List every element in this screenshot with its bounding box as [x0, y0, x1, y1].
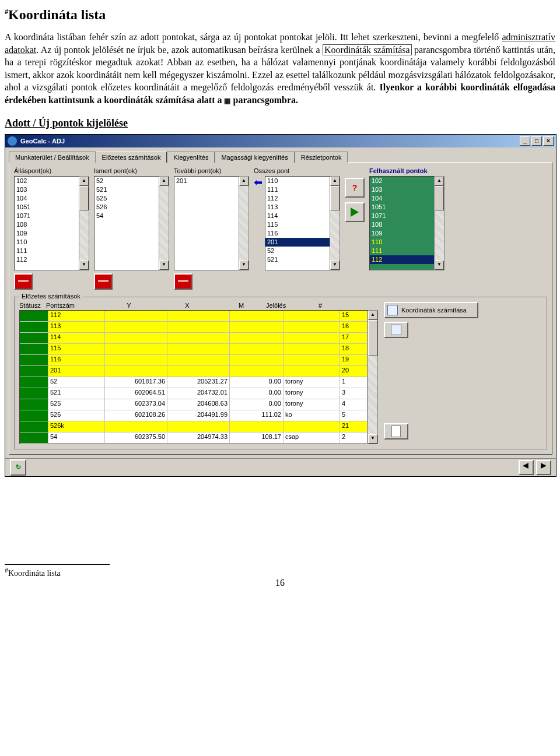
- cell[interactable]: [230, 355, 284, 366]
- cell[interactable]: [20, 388, 48, 399]
- list-item[interactable]: 115: [265, 220, 330, 229]
- cell[interactable]: 521: [48, 388, 105, 399]
- coord-grid[interactable]: 11215113161141711518116192012052601817.3…: [19, 310, 368, 444]
- cell[interactable]: [20, 421, 48, 432]
- cell[interactable]: [20, 344, 48, 355]
- cell[interactable]: [167, 344, 230, 355]
- tovabbi-list[interactable]: 201: [174, 176, 239, 270]
- list-item[interactable]: 110: [370, 238, 434, 247]
- cell[interactable]: 0.00: [230, 399, 284, 410]
- list-item[interactable]: 108: [15, 220, 79, 229]
- cell[interactable]: 15: [340, 311, 368, 322]
- table-row[interactable]: 525602373.04204608.630.00torony4: [20, 399, 368, 410]
- cell[interactable]: [20, 311, 48, 322]
- cell[interactable]: [167, 322, 230, 333]
- prev-button[interactable]: ⯇: [519, 460, 534, 475]
- allaspont-list[interactable]: 10210310410511071108109110111112: [14, 176, 79, 270]
- table-row[interactable]: 52601817.36205231.270.00torony1: [20, 377, 368, 388]
- cell[interactable]: [105, 333, 167, 344]
- list-item[interactable]: 201: [174, 177, 239, 185]
- report-button[interactable]: [384, 423, 408, 439]
- list-item[interactable]: 54: [94, 212, 159, 220]
- cell[interactable]: 2: [340, 432, 368, 444]
- list-item[interactable]: 109: [15, 229, 79, 238]
- cell[interactable]: [284, 311, 340, 322]
- list-item[interactable]: 525: [94, 194, 159, 203]
- list-item[interactable]: 114: [265, 212, 330, 220]
- cell[interactable]: 3: [340, 388, 368, 399]
- list-item[interactable]: 526: [94, 203, 159, 212]
- cell[interactable]: [20, 410, 48, 421]
- cell[interactable]: 602064.51: [105, 388, 167, 399]
- cell[interactable]: 204608.63: [167, 399, 230, 410]
- cell[interactable]: 602373.04: [105, 399, 167, 410]
- cell[interactable]: [167, 311, 230, 322]
- cell[interactable]: 0.00: [230, 388, 284, 399]
- table-row[interactable]: 11215: [20, 311, 368, 322]
- list-item[interactable]: 112: [265, 194, 330, 203]
- next-button[interactable]: ⯈: [536, 460, 551, 475]
- cell[interactable]: csap: [284, 432, 340, 444]
- remove-button[interactable]: —: [174, 273, 192, 290]
- cell[interactable]: torony: [284, 377, 340, 388]
- minimize-button[interactable]: _: [520, 136, 530, 146]
- cell[interactable]: 108.17: [230, 432, 284, 444]
- list-item[interactable]: 110: [265, 177, 330, 185]
- cell[interactable]: [167, 366, 230, 377]
- cell[interactable]: 4: [340, 399, 368, 410]
- table-row[interactable]: 20120: [20, 366, 368, 377]
- list-item[interactable]: 104: [15, 194, 79, 203]
- koord-szamitasa-button[interactable]: Koordináták számítása: [384, 302, 478, 318]
- cell[interactable]: [105, 421, 167, 432]
- cell[interactable]: [284, 355, 340, 366]
- cell[interactable]: torony: [284, 388, 340, 399]
- cell[interactable]: 111.02: [230, 410, 284, 421]
- scrollbar[interactable]: ▲▼: [79, 176, 89, 270]
- list-item[interactable]: 111: [15, 247, 79, 255]
- cell[interactable]: [284, 322, 340, 333]
- cell[interactable]: [284, 333, 340, 344]
- list-item[interactable]: 102: [15, 177, 79, 185]
- cell[interactable]: 201: [48, 366, 105, 377]
- scrollbar[interactable]: ▲▼: [435, 176, 444, 270]
- list-item[interactable]: 52: [265, 247, 330, 255]
- remove-button[interactable]: —: [94, 273, 113, 290]
- cell[interactable]: [167, 355, 230, 366]
- cell[interactable]: 19: [340, 355, 368, 366]
- list-item[interactable]: 113: [265, 203, 330, 212]
- cell[interactable]: [20, 322, 48, 333]
- tab-1[interactable]: Előzetes számítások: [96, 152, 167, 163]
- scrollbar[interactable]: ▲▼: [239, 176, 249, 270]
- cell[interactable]: [167, 421, 230, 432]
- move-left-icon[interactable]: ⬅: [254, 176, 262, 189]
- tab-3[interactable]: Magassági kiegyenlítés: [215, 152, 294, 163]
- cell[interactable]: [230, 322, 284, 333]
- tab-2[interactable]: Kiegyenlítés: [167, 152, 215, 163]
- cell[interactable]: [284, 344, 340, 355]
- table-row[interactable]: 11619: [20, 355, 368, 366]
- cell[interactable]: [230, 333, 284, 344]
- list-item[interactable]: 103: [370, 185, 434, 194]
- cell[interactable]: 204732.01: [167, 388, 230, 399]
- cell[interactable]: [20, 377, 48, 388]
- cell[interactable]: 204491.99: [167, 410, 230, 421]
- cell[interactable]: 115: [48, 344, 105, 355]
- felhasznalt-list[interactable]: 10210310410511071108109110111112: [369, 176, 435, 270]
- table-row[interactable]: 11316: [20, 322, 368, 333]
- cell[interactable]: 114: [48, 333, 105, 344]
- cell[interactable]: [230, 421, 284, 432]
- list-item[interactable]: 1071: [370, 212, 434, 220]
- cell[interactable]: [230, 366, 284, 377]
- cell[interactable]: [105, 311, 167, 322]
- cell[interactable]: [20, 399, 48, 410]
- cell[interactable]: [105, 344, 167, 355]
- cell[interactable]: [284, 366, 340, 377]
- cell[interactable]: 112: [48, 311, 105, 322]
- cell[interactable]: 0.00: [230, 377, 284, 388]
- cell[interactable]: [20, 355, 48, 366]
- list-item[interactable]: 103: [15, 185, 79, 194]
- list-item[interactable]: 112: [15, 255, 79, 264]
- cell[interactable]: 525: [48, 399, 105, 410]
- cell[interactable]: torony: [284, 399, 340, 410]
- cell[interactable]: 18: [340, 344, 368, 355]
